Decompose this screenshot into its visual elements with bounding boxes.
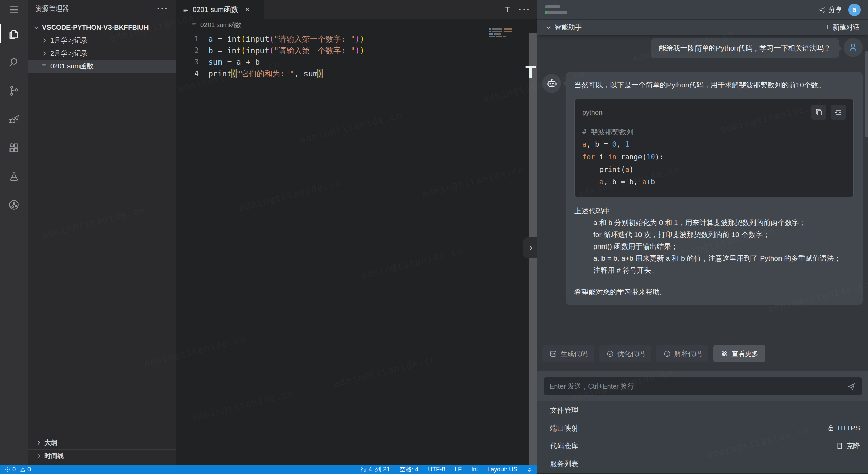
exclaim-circle-icon [663, 350, 671, 358]
text-cursor [323, 70, 323, 79]
chevron-right-icon [41, 38, 47, 43]
code-line-2[interactable]: 2b = int(input("请输入第二个数字: ")) [176, 45, 537, 56]
section-service-list[interactable]: 服务列表 [537, 455, 868, 473]
status-item[interactable]: UTF-8 [428, 466, 445, 473]
panel-sections: 文件管理端口映射HTTPS代码仓库克隆服务列表 [537, 401, 868, 473]
status-item[interactable]: Ini [471, 466, 478, 473]
split-editor-icon[interactable] [504, 6, 511, 14]
generate-code-button[interactable]: 生成代码 [542, 345, 594, 362]
explanation-item: print() 函数用于输出结果； [574, 240, 854, 252]
run-profile-icon[interactable] [0, 191, 28, 219]
chat-code-line: print(a) [582, 163, 846, 176]
search-icon[interactable] [0, 48, 28, 77]
user-avatar[interactable]: a [848, 4, 861, 16]
code-line-3[interactable]: 3sum = a + b [176, 56, 537, 68]
tree-item-folder-feb[interactable]: 2月学习记录 [28, 47, 176, 60]
code-line-4[interactable]: 4print("它们的和为: ", sum) [176, 68, 537, 79]
breadcrumb[interactable]: 0201 sum函数 [176, 19, 537, 31]
explanation-item: a 和 b 分别初始化为 0 和 1，用来计算斐波那契数列的前两个数字； [574, 217, 854, 229]
chevron-right-icon [41, 51, 47, 56]
code-explanation: 上述代码中: a 和 b 分别初始化为 0 和 1，用来计算斐波那契数列的前两个… [574, 205, 854, 276]
send-icon[interactable] [847, 382, 856, 391]
sidebar-section-outline[interactable]: 大纲 [28, 436, 176, 449]
file-lines-icon [191, 22, 197, 28]
check-circle-icon [606, 350, 614, 358]
tab-0201-sum[interactable]: 0201 sum函数 × [176, 0, 264, 19]
run-debug-icon[interactable] [0, 105, 28, 134]
panel-header: 分享 a [537, 0, 868, 20]
editor-area: 0201 sum函数 × ··· 0201 sum函数 1a = int(inp… [176, 0, 537, 465]
explanation-lead: 上述代码中: [574, 205, 854, 217]
extensions-icon[interactable] [0, 134, 28, 162]
section-action-port-mapping[interactable]: HTTPS [827, 424, 860, 432]
share-button[interactable]: 分享 [818, 5, 842, 14]
robot-avatar [542, 74, 561, 93]
tree-item-folder-jan[interactable]: 1月学习记录 [28, 34, 176, 47]
chevron-down-icon [546, 24, 551, 30]
clone-icon [836, 442, 843, 450]
new-chat-button[interactable]: 新建对话 [824, 23, 860, 32]
code-text: print("它们的和为: ", sum) [208, 68, 323, 79]
copy-code-button[interactable] [811, 105, 826, 120]
line-number: 3 [176, 58, 208, 66]
tree-item-label: 2月学习记录 [50, 49, 88, 58]
sidebar-bottom-sections: 大纲时间线 [28, 436, 176, 462]
editor-tab-bar: 0201 sum函数 × ··· [176, 0, 537, 19]
chat-code-block: python # 斐波那契数列a, b = 0, 1for i in rang [574, 99, 854, 197]
section-action-code-repo[interactable]: 克隆 [836, 441, 860, 451]
optimize-code-button[interactable]: 优化代码 [599, 345, 651, 362]
copy-icon [815, 108, 823, 116]
chat-code-line: # 斐波那契数列 [582, 126, 846, 138]
sidebar-section-timeline[interactable]: 时间线 [28, 449, 176, 462]
lock-icon [827, 424, 834, 432]
panel-expand-button[interactable] [523, 237, 537, 258]
insert-code-button[interactable] [831, 105, 846, 120]
code-line-1[interactable]: 1a = int(input("请输入第一个数字: ")) [176, 33, 537, 45]
test-beaker-icon[interactable] [0, 162, 28, 191]
chevron-right-icon [527, 244, 534, 252]
chevron-right-icon [36, 453, 41, 459]
status-item[interactable]: 行 4, 列 21 [361, 465, 390, 473]
tree-item-root[interactable]: VSCODE-PYTHON-V3-BKFFBIUH [28, 21, 176, 34]
section-file-management[interactable]: 文件管理 [537, 401, 868, 419]
bell-icon[interactable] [527, 467, 533, 472]
assistant-collapse[interactable]: 智能助手 [546, 23, 582, 32]
status-item[interactable]: 空格: 4 [399, 465, 418, 473]
menu-icon[interactable] [0, 0, 28, 20]
person-avatar [844, 38, 863, 57]
warning-icon [20, 467, 26, 472]
tree-item-label: 1月学习记录 [50, 36, 88, 45]
problems-indicator[interactable]: 0 0 [5, 466, 34, 473]
explorer-icon[interactable] [0, 20, 28, 48]
sidebar-more-actions[interactable]: ··· [157, 7, 169, 10]
user-message: 能给我一段简单的Python代码，学习一下相关语法吗？ [651, 38, 839, 58]
tab-close-icon[interactable]: × [245, 6, 250, 13]
code-square-icon [549, 350, 557, 358]
panel-menu-icon[interactable] [545, 5, 567, 14]
chat-input[interactable] [550, 382, 847, 390]
tree-item-label: 0201 sum函数 [50, 62, 94, 71]
source-control-icon[interactable] [0, 77, 28, 105]
editor-more-actions[interactable]: ··· [519, 8, 531, 11]
status-item[interactable]: LF [455, 466, 462, 473]
chevron-right-icon [36, 440, 41, 446]
section-port-mapping[interactable]: 端口映射HTTPS [537, 419, 868, 437]
line-number: 1 [176, 35, 208, 43]
activity-bar [0, 0, 28, 465]
status-item[interactable]: Layout: US [487, 466, 517, 473]
line-number: 4 [176, 70, 208, 78]
code-editor[interactable]: 1a = int(input("请输入第一个数字: "))2b = int(in… [176, 31, 537, 79]
tree-item-file-0201-sum[interactable]: 0201 sum函数 [28, 60, 176, 73]
see-more-button[interactable]: 查看更多 [713, 345, 765, 362]
tree-item-label: VSCODE-PYTHON-V3-BKFFBIUH [42, 24, 149, 32]
assistant-title: 智能助手 [555, 23, 582, 32]
sidebar-title: 资源管理器 [35, 4, 69, 13]
assistant-panel: 分享 a 智能助手 新建对话 能给我一段简单的Python代码，学习一下相关语法… [537, 0, 868, 474]
closing-remark: 希望能对您的学习带来帮助。 [574, 286, 854, 298]
minimap[interactable] [489, 28, 514, 38]
panel-scrollbar[interactable] [865, 51, 868, 137]
section-code-repo[interactable]: 代码仓库克隆 [537, 437, 868, 455]
new-chat-label: 新建对话 [833, 23, 860, 32]
file-lines-icon [41, 63, 47, 69]
explain-code-button[interactable]: 解释代码 [656, 345, 708, 362]
